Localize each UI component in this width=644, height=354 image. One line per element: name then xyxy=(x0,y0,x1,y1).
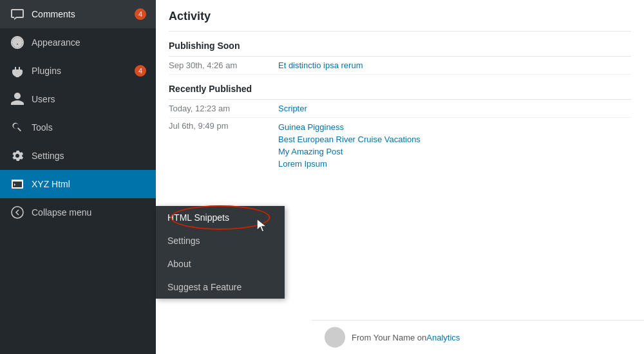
recently-published-label: Recently Published xyxy=(169,75,631,99)
extra-link-0[interactable]: Best European River Cruise Vacations xyxy=(278,133,421,145)
recently-published-links-col: Guinea Pigginess Best European River Cru… xyxy=(278,121,421,170)
recently-published-date-0: Today, 12:23 am xyxy=(169,104,278,113)
recently-published-date-1: Jul 6th, 9:49 pm xyxy=(169,121,278,170)
from-row: From Your Name on Analytics xyxy=(312,320,644,354)
submenu-suggest-label: Suggest a Feature xyxy=(167,282,242,292)
sidebar-item-xyz-html[interactable]: XYZ Html xyxy=(0,170,156,198)
sidebar-item-settings[interactable]: Settings xyxy=(0,142,156,170)
html-snippets-label: HTML Snippets xyxy=(167,212,229,223)
extra-link-1[interactable]: My Amazing Post xyxy=(278,145,421,158)
recently-published-link-0[interactable]: Scripter xyxy=(278,104,307,113)
main-content: Activity Publishing Soon Sep 30th, 4:26 … xyxy=(156,0,644,354)
settings-icon xyxy=(10,148,25,163)
publishing-soon-label: Publishing Soon xyxy=(169,32,631,56)
sidebar-item-plugins[interactable]: Plugins 4 xyxy=(0,57,156,85)
sidebar-item-users-label: Users xyxy=(32,94,146,104)
sidebar-item-comments-label: Comments xyxy=(32,9,131,19)
sidebar-item-tools-label: Tools xyxy=(32,122,146,133)
plugins-badge: 4 xyxy=(135,65,146,77)
submenu-item-suggest[interactable]: Suggest a Feature xyxy=(156,275,285,299)
plugins-icon xyxy=(10,63,25,79)
submenu-item-html-snippets[interactable]: HTML Snippets xyxy=(156,206,285,229)
recently-published-row-1: Jul 6th, 9:49 pm Guinea Pigginess Best E… xyxy=(169,118,631,173)
submenu-item-settings[interactable]: Settings xyxy=(156,229,285,252)
sidebar-item-users[interactable]: Users xyxy=(0,85,156,113)
xyz-html-submenu: HTML Snippets Settings About Suggest a F… xyxy=(156,206,285,299)
analytics-link[interactable]: Analytics xyxy=(426,333,460,342)
sidebar-item-collapse-label: Collapse menu xyxy=(32,207,146,218)
appearance-icon xyxy=(10,35,25,50)
extra-link-2[interactable]: Lorem Ipsum xyxy=(278,158,421,170)
sidebar-item-comments[interactable]: Comments 4 xyxy=(0,0,156,28)
publishing-soon-link[interactable]: Et distinctio ipsa rerum xyxy=(278,61,363,70)
recently-published-link-1[interactable]: Guinea Pigginess xyxy=(278,121,421,133)
publishing-soon-date: Sep 30th, 4:26 am xyxy=(169,61,278,70)
svg-point-1 xyxy=(12,207,23,218)
recently-published-row-0: Today, 12:23 am Scripter xyxy=(169,100,631,118)
activity-section: Activity Publishing Soon Sep 30th, 4:26 … xyxy=(156,0,644,173)
sidebar-item-tools[interactable]: Tools xyxy=(0,113,156,142)
comments-icon xyxy=(10,6,25,22)
avatar xyxy=(325,327,345,348)
users-icon xyxy=(10,91,25,107)
xyz-html-icon xyxy=(10,176,25,192)
sidebar: Comments 4 Appearance Plugins 4 Users xyxy=(0,0,156,354)
collapse-icon xyxy=(10,205,25,220)
sidebar-item-collapse[interactable]: Collapse menu xyxy=(0,198,156,227)
submenu-item-about[interactable]: About xyxy=(156,252,285,275)
activity-title: Activity xyxy=(169,10,631,32)
comments-badge: 4 xyxy=(135,8,146,20)
sidebar-item-settings-label: Settings xyxy=(32,151,146,161)
publishing-soon-row: Sep 30th, 4:26 am Et distinctio ipsa rer… xyxy=(169,57,631,75)
sidebar-item-xyz-html-label: XYZ Html xyxy=(32,179,146,189)
tools-icon xyxy=(10,120,25,135)
sidebar-item-plugins-label: Plugins xyxy=(32,66,131,76)
activity-panel: Activity Publishing Soon Sep 30th, 4:26 … xyxy=(156,0,644,354)
sidebar-item-appearance[interactable]: Appearance xyxy=(0,28,156,57)
from-prefix: From Your Name on xyxy=(352,333,426,342)
submenu-settings-label: Settings xyxy=(167,236,200,246)
sidebar-item-appearance-label: Appearance xyxy=(32,37,146,48)
submenu-about-label: About xyxy=(167,259,191,269)
